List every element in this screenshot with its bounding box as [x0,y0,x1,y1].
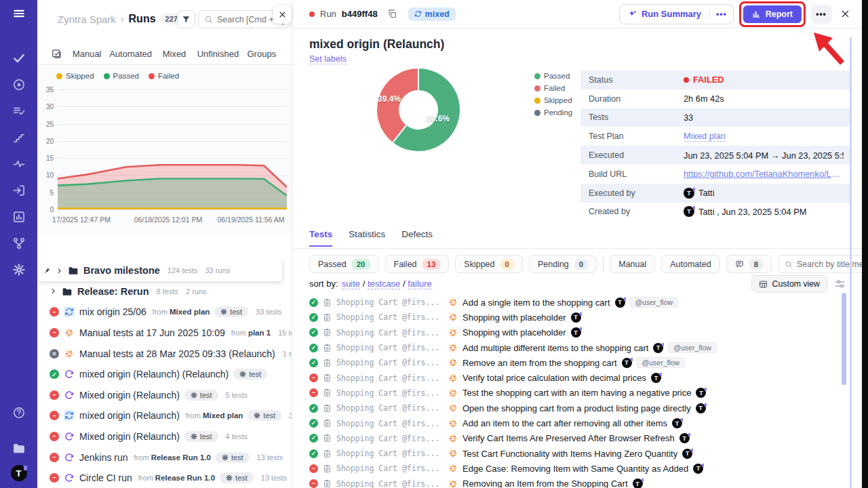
activity-icon[interactable] [11,156,27,172]
test-row[interactable]: ✓Shopping Cart @firs...Add multiple diff… [309,340,849,355]
run-row[interactable]: −Mixed origin (Relaunch)test4 tests [37,426,292,447]
panel-close-button[interactable] [273,5,292,24]
report-button[interactable]: Report [743,5,802,23]
sort-by-failure[interactable]: failure [408,279,431,289]
test-title[interactable]: Shopping with placeholder [462,327,566,338]
filter-chip-comment[interactable]: 8 [726,255,772,273]
test-row[interactable]: −Shopping Cart @firs...Test the shopping… [309,386,849,401]
run-group-row[interactable]: Bravo milestone124 tests33 runs [37,260,282,281]
select-all-icon[interactable] [51,48,62,60]
test-row[interactable]: −Shopping Cart @firs...Verify total pric… [309,370,849,385]
play-circle-icon[interactable] [11,77,27,93]
test-title[interactable]: Test Cart Functionality with Items Havin… [462,449,677,459]
tests-search-input[interactable] [797,260,863,269]
git-branch-icon[interactable] [11,235,27,251]
run-status-dot [309,12,315,17]
view-settings-icon[interactable] [834,278,846,290]
user-avatar: T [684,206,694,217]
breadcrumb-section[interactable]: Runs [129,13,156,25]
tab-tests[interactable]: Tests [309,229,332,247]
test-title[interactable]: Add a single item to the shopping cart [462,298,610,308]
set-labels-link[interactable]: Set labels [309,54,347,64]
test-row[interactable]: ✓Shopping Cart @firs...Shopping with pla… [309,325,849,340]
test-title[interactable]: Add multiple different items to the shop… [462,343,648,353]
copy-icon[interactable] [387,9,397,19]
test-title[interactable]: Open the shopping cart from a product li… [462,403,691,413]
user-avatar[interactable]: T [11,465,27,481]
sort-by-testcase[interactable]: testcase [368,279,400,289]
test-title[interactable]: Test the shopping cart with an item havi… [462,388,691,398]
run-summary-button[interactable]: Run Summary ••• [619,4,734,24]
run-row[interactable]: −Manual tests at 17 Jun 2025 10:09from p… [37,323,292,344]
runs-tab-unfinished[interactable]: Unfinished [196,49,239,59]
build-url-link[interactable]: https://github.com/TetianaKhomenko/Load-… [684,169,844,179]
folder-filled-icon[interactable] [11,440,27,456]
test-title[interactable]: Verify Cart Items Are Preserved After Br… [462,433,675,443]
menu-icon[interactable] [11,5,27,22]
list-check-icon[interactable] [11,103,27,119]
custom-view-button[interactable]: Custom view [751,275,827,293]
assignee-avatar: T [615,298,625,308]
check-icon[interactable] [11,50,27,66]
filter-button[interactable] [177,10,195,28]
clipboard-icon [323,373,332,382]
pin-icon [43,266,51,274]
filter-chip-manual[interactable]: Manual [610,255,655,273]
test-title[interactable]: Verify total price calculation with deci… [462,373,646,383]
filter-chip-skipped[interactable]: Skipped0 [455,255,523,273]
sort-by-suite[interactable]: suite [342,279,360,289]
filter-chip-automated[interactable]: Automated [661,255,719,273]
filter-chip-passed[interactable]: Passed20 [309,255,379,273]
bar-chart-icon[interactable] [11,209,27,225]
run-summary-more-button[interactable]: ••• [709,9,733,19]
stairs-icon[interactable] [11,129,27,146]
test-row[interactable]: ✓Shopping Cart @firs...Open the shopping… [309,401,849,415]
test-row[interactable]: ✓Shopping Cart @firs...Add an item to th… [309,415,849,430]
test-title[interactable]: Removing an Item from the Shopping Cart [462,479,628,488]
test-title[interactable]: Edge Case: Removing Item with Same Quant… [462,464,688,474]
run-row[interactable]: −Mixed origin (Relaunch)test5 tests [37,385,292,406]
runs-tab-groups[interactable]: Groups [240,49,283,59]
filter-chip-pending[interactable]: Pending0 [529,255,597,273]
chevron-right-icon[interactable] [50,287,57,295]
run-row[interactable]: −Jenkins runfrom Release Run 1.0test13 t… [37,447,292,468]
more-actions-button[interactable]: ••• [811,5,831,24]
run-row[interactable]: ≡Manual tests at 28 Mar 2025 09:33 (Rela… [37,343,292,364]
test-row[interactable]: ✓Shopping Cart @firs...Shopping with pla… [309,310,849,325]
gear-icon[interactable] [11,262,27,278]
run-row[interactable]: ✓mixed origin (Relaunch) (Relaunch)test [37,364,292,385]
test-row[interactable]: −Shopping Cart @firs...Removing an Item … [309,476,849,488]
test-row[interactable]: ✓Shopping Cart @firs...Test Cart Functio… [309,446,849,461]
test-title[interactable]: Remove an item from the shopping cart [462,358,617,368]
close-run-button[interactable] [837,6,853,22]
chevron-right-icon[interactable] [56,267,63,274]
runs-tab-automated[interactable]: Automated [108,49,152,59]
test-row[interactable]: −Shopping Cart @firs...Edge Case: Removi… [309,461,849,476]
breadcrumb-project[interactable]: Zyntra Spark [58,14,116,25]
help-icon[interactable] [11,405,27,421]
run-group-row[interactable]: Release: Rerun8 tests2 runs [37,281,292,302]
sign-in-icon[interactable] [11,182,27,199]
test-chip: test [248,410,281,421]
run-row[interactable]: −mixed origin (Relaunch)from Mixed plant… [37,405,292,426]
panel-scrollbar-track[interactable] [850,37,852,488]
tab-defects[interactable]: Defects [401,229,433,245]
run-meta: 33 tests [256,308,282,316]
tab-statistics[interactable]: Statistics [349,229,385,245]
filter-chip-failed[interactable]: Failed13 [385,255,450,273]
run-status-icon: ✓ [50,369,59,379]
run-row[interactable]: −Circle CI runfrom Release Run 1.0test13… [37,468,292,488]
run-row[interactable]: −mix origin 25/06from Mixed plantest33 t… [37,302,292,323]
test-row[interactable]: ✓Shopping Cart @firs...Remove an item fr… [309,355,849,370]
runs-tab-manual[interactable]: Manual [65,49,108,59]
report-chart-icon [752,9,761,18]
test-plan-link[interactable]: Mixed plan [684,131,726,142]
test-row[interactable]: ✓Shopping Cart @firs...Add a single item… [309,295,849,310]
relaunch-icon [64,431,75,442]
tests-scrollbar-thumb[interactable] [842,293,846,385]
test-title[interactable]: Shopping with placeholder [462,312,566,323]
runs-tab-mixed[interactable]: Mixed [153,49,196,59]
test-title[interactable]: Add an item to the cart after removing a… [462,418,667,428]
clipboard-icon [323,419,332,428]
test-row[interactable]: ✓Shopping Cart @firs...Verify Cart Items… [309,431,849,446]
